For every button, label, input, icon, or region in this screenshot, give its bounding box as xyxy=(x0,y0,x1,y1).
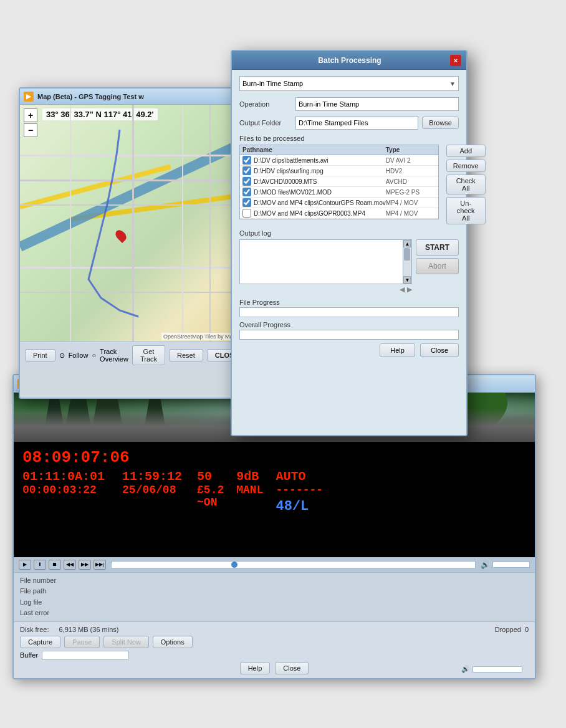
capture-row-2: Capture Pause Split Now Options xyxy=(20,636,529,648)
play-button[interactable]: ▶ xyxy=(19,560,31,570)
scroll-down-arrow[interactable]: ▼ xyxy=(403,276,411,284)
get-track-button[interactable]: Get Track xyxy=(132,345,165,365)
scroll-up-arrow[interactable]: ▲ xyxy=(403,240,411,247)
file-checkbox-5[interactable] xyxy=(242,209,251,218)
operation-input[interactable] xyxy=(295,97,459,111)
files-table: Pathname Type D:\DV clips\battlements.av… xyxy=(239,145,439,219)
tc-col4-line2: MANL xyxy=(236,484,263,496)
tc-col3-line1: 50 xyxy=(197,469,224,484)
pause-button[interactable]: ⏸ xyxy=(34,560,46,570)
output-folder-label: Output Folder xyxy=(239,119,295,127)
files-section-title: Files to be processed xyxy=(239,135,459,142)
operation-dropdown-value: Burn-in Time Stamp xyxy=(242,80,303,87)
file-checkbox-2[interactable] xyxy=(242,177,251,186)
file-checkbox-4[interactable] xyxy=(242,198,251,207)
file-type-1: HDV2 xyxy=(386,168,436,175)
log-textarea[interactable] xyxy=(239,239,403,284)
output-log-label: Output log xyxy=(239,229,459,237)
file-path-1: D:\HDV clips\surfing.mpg xyxy=(254,168,386,175)
reset-button[interactable]: Reset xyxy=(169,349,203,362)
last-error-label: Last error xyxy=(20,608,529,619)
log-scroll-left[interactable]: ◀ xyxy=(400,285,405,294)
file-type-3: MPEG-2 PS xyxy=(386,189,436,196)
map-print-button[interactable]: Print xyxy=(25,349,55,362)
capture-controls: Disk free: 6,913 MB (36 mins) Dropped 0 … xyxy=(14,621,535,678)
tc-col3-line2: £5.2 xyxy=(197,484,224,496)
tc-col5: AUTO ------- 48/L xyxy=(276,469,323,514)
log-scroll-right[interactable]: ▶ xyxy=(407,285,412,294)
file-table-body: D:\DV clips\battlements.avi DV AVI 2 D:\… xyxy=(240,155,438,219)
batch-body: Burn-in Time Stamp ▼ Operation Output Fo… xyxy=(232,70,466,363)
disk-free-label: Disk free: xyxy=(20,626,49,633)
tc-col2-line1: 11:59:12 xyxy=(122,469,182,484)
tc-col2: 11:59:12 25/06/08 xyxy=(122,469,182,496)
file-row: D:\MOV and MP4 clips\GOPR0003.MP4 MP4 / … xyxy=(240,208,438,219)
log-side-buttons: START Abort xyxy=(416,239,459,294)
log-file-label: Log file xyxy=(20,597,529,608)
timecode-main: 08:09:07:06 xyxy=(22,448,130,467)
batch-close-bottom-button[interactable]: Close xyxy=(420,343,459,357)
batch-help-button[interactable]: Help xyxy=(380,343,415,357)
timecode-row-2: 01:11:0A:01 00:00:03:22 11:59:12 25/06/0… xyxy=(22,469,526,514)
file-type-5: MP4 / MOV xyxy=(386,210,436,217)
tc-col4-line1: 9dB xyxy=(236,469,263,484)
add-button[interactable]: Add xyxy=(446,145,486,157)
tc-col3-line3: ~ON xyxy=(197,496,224,509)
master-volume-bar[interactable] xyxy=(472,666,522,673)
tc-col5-line2: ------- xyxy=(276,484,323,496)
file-path-label: File path xyxy=(20,586,529,597)
bottom-btns: Help Close xyxy=(20,662,529,674)
start-button[interactable]: START xyxy=(416,239,459,256)
fast-forward-button[interactable]: ▶▶| xyxy=(94,560,106,570)
tc-col4: 9dB MANL xyxy=(236,469,263,496)
map-window-title: Map (Beta) - GPS Tagging Test w xyxy=(37,93,144,100)
capture-row-1: Disk free: 6,913 MB (36 mins) Dropped 0 xyxy=(20,626,529,633)
file-checkbox-1[interactable] xyxy=(242,166,251,175)
file-checkbox-0[interactable] xyxy=(242,156,251,165)
options-button[interactable]: Options xyxy=(153,636,193,648)
operation-dropdown[interactable]: Burn-in Time Stamp ▼ xyxy=(239,76,459,91)
map-app-icon: ▶ xyxy=(24,92,34,102)
dropdown-arrow-icon: ▼ xyxy=(449,80,456,87)
pause-capture-button[interactable]: Pause xyxy=(64,636,100,648)
file-progress-label: File Progress xyxy=(239,299,459,306)
split-now-button[interactable]: Split Now xyxy=(103,636,148,648)
file-type-4: MP4 / MOV xyxy=(386,199,436,206)
radio-icon-2: ○ xyxy=(92,352,96,359)
track-overview-label: Track Overview xyxy=(100,348,128,363)
data-overlay: 08:09:07:06 01:11:0A:01 00:00:03:22 11:5… xyxy=(14,442,535,557)
abort-button[interactable]: Abort xyxy=(416,258,459,274)
batch-processing-window: Batch Processing × Burn-in Time Stamp ▼ … xyxy=(231,50,468,436)
file-path-4: D:\MOV and MP4 clips\ContourGPS Roam.mov xyxy=(254,199,386,206)
output-folder-input[interactable] xyxy=(295,116,418,130)
close-button[interactable]: Close xyxy=(275,662,309,674)
scrub-handle[interactable] xyxy=(231,562,237,568)
bottom-buttons-row: Help Close xyxy=(239,343,459,357)
next-frame-button[interactable]: ▶▶ xyxy=(79,560,91,570)
scroll-track xyxy=(403,247,411,276)
file-path-5: D:\MOV and MP4 clips\GOPR0003.MP4 xyxy=(254,210,386,217)
file-row: D:\MOV and MP4 clips\ContourGPS Roam.mov… xyxy=(240,198,438,208)
file-checkbox-3[interactable] xyxy=(242,188,251,196)
buffer-bar xyxy=(42,651,129,659)
remove-button[interactable]: Remove xyxy=(446,160,486,172)
playback-controls-bar: ▶ ⏸ ⏹ ◀◀ ▶▶ ▶▶| 🔊 xyxy=(14,557,535,572)
log-scroll-area: ▲ ▼ xyxy=(239,239,412,284)
stop-button[interactable]: ⏹ xyxy=(49,560,61,570)
batch-titlebar: Batch Processing × xyxy=(232,51,466,70)
bottom-volume-bar: 🔊 xyxy=(461,665,522,673)
help-button[interactable]: Help xyxy=(240,662,271,674)
radio-icon: ⊙ xyxy=(59,352,65,360)
browse-button[interactable]: Browse xyxy=(422,117,459,129)
scrub-bar[interactable] xyxy=(111,561,476,568)
uncheck-all-button[interactable]: Un-check All xyxy=(446,197,486,224)
batch-title: Batch Processing xyxy=(249,56,450,65)
prev-frame-button[interactable]: ◀◀ xyxy=(64,560,76,570)
batch-close-button[interactable]: × xyxy=(450,55,461,66)
dropped-value: 0 xyxy=(525,626,529,633)
capture-button[interactable]: Capture xyxy=(20,636,60,648)
operation-label: Operation xyxy=(239,100,295,108)
volume-bar[interactable] xyxy=(492,562,530,568)
scroll-thumb[interactable] xyxy=(404,248,410,261)
check-all-button[interactable]: Check All xyxy=(446,175,486,194)
